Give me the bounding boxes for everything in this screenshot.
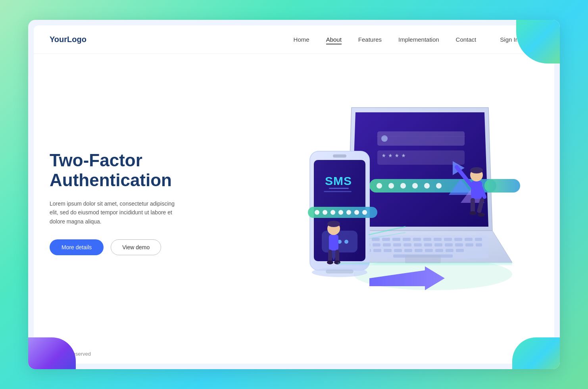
hero-description: Lorem ipsum dolor sit amet, consectetur … [50,199,184,226]
nav-link-home[interactable]: Home [294,36,309,43]
svg-point-69 [331,210,335,215]
svg-point-51 [388,183,394,189]
footer: All rights reserved [34,344,554,364]
svg-point-68 [323,210,327,215]
svg-rect-18 [373,243,380,246]
svg-rect-12 [434,238,442,241]
left-section: Two-FactorAuthentication Lorem ipsum dol… [50,143,216,255]
svg-rect-64 [329,188,349,189]
more-details-button[interactable]: More details [50,239,104,255]
svg-rect-65 [324,191,352,192]
button-group: More details View demo [50,239,216,255]
main-content: Two-FactorAuthentication Lorem ipsum dol… [34,54,554,344]
svg-rect-80 [326,270,354,273]
svg-rect-32 [394,249,402,252]
svg-rect-11 [423,238,431,241]
svg-rect-45 [377,136,465,137]
svg-point-85 [327,221,340,227]
svg-rect-62 [333,154,346,158]
svg-point-88 [327,260,333,264]
svg-rect-30 [373,249,381,252]
svg-rect-15 [465,238,473,241]
svg-rect-21 [404,243,411,246]
sign-in-link[interactable]: Sign In [500,36,519,43]
svg-rect-27 [465,243,473,246]
hero-title: Two-FactorAuthentication [50,150,216,191]
svg-rect-31 [384,249,392,252]
svg-rect-34 [415,249,423,252]
outer-frame: YourLogo Home About Features Implementat… [28,20,560,369]
svg-rect-33 [404,249,412,252]
svg-point-72 [354,210,359,215]
svg-point-73 [362,210,367,215]
svg-rect-16 [475,238,482,241]
svg-rect-24 [434,243,442,246]
svg-point-98 [478,213,485,217]
svg-point-78 [344,240,348,244]
svg-rect-10 [413,238,421,241]
nav-item-implementation[interactable]: Implementation [398,36,439,43]
navbar: YourLogo Home About Features Implementat… [34,25,554,54]
svg-rect-40 [405,255,441,263]
svg-rect-38 [456,249,464,252]
svg-point-52 [400,183,406,189]
nav-link-about[interactable]: About [326,36,342,44]
svg-rect-95 [471,198,475,213]
nav-item-contact[interactable]: Contact [456,36,477,43]
nav-link-contact[interactable]: Contact [456,36,477,43]
svg-rect-7 [382,238,390,241]
svg-rect-83 [329,235,338,250]
svg-rect-22 [414,243,422,246]
view-demo-button[interactable]: View demo [111,239,161,255]
nav-link-implementation[interactable]: Implementation [398,36,439,43]
nav-item-features[interactable]: Features [358,36,382,43]
nav-item-home[interactable]: Home [294,36,309,43]
svg-rect-26 [455,243,463,246]
svg-rect-35 [425,249,433,252]
nav-links: Home About Features Implementation Conta… [294,36,477,43]
nav-link-features[interactable]: Features [358,36,382,43]
svg-rect-9 [403,238,411,241]
svg-rect-23 [424,243,432,246]
hero-illustration: **** [234,84,520,314]
svg-rect-43 [377,131,465,146]
svg-text:SMS: SMS [325,174,352,187]
nav-item-about[interactable]: About [326,36,342,43]
svg-rect-20 [393,243,401,246]
svg-text:****: **** [382,152,408,162]
inner-card: YourLogo Home About Features Implementat… [34,25,554,364]
svg-rect-56 [484,179,520,193]
logo: YourLogo [50,35,86,44]
svg-rect-37 [446,249,453,252]
svg-rect-19 [383,243,391,246]
svg-rect-13 [444,238,452,241]
svg-point-53 [412,183,418,189]
svg-point-92 [470,167,483,173]
svg-point-70 [338,210,343,215]
illustration: **** [216,54,538,344]
svg-point-55 [436,183,442,189]
svg-rect-28 [476,243,482,246]
svg-rect-14 [454,238,462,241]
svg-point-71 [346,210,351,215]
svg-point-50 [377,183,382,189]
svg-rect-25 [445,243,453,246]
svg-point-54 [424,183,430,189]
svg-rect-8 [392,238,400,241]
svg-point-67 [315,210,319,215]
svg-rect-36 [435,249,443,252]
svg-point-97 [469,211,477,215]
